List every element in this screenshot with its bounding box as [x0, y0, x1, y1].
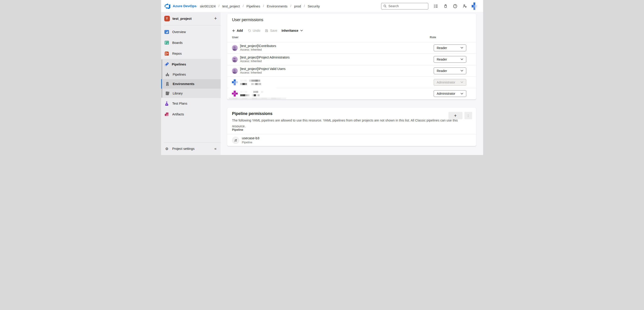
user-access: Access: Inherited	[240, 60, 290, 63]
sidebar-item-label: Artifacts	[172, 113, 184, 116]
sidebar-item-pipelines[interactable]: Pipelines	[161, 70, 221, 79]
sidebar-item-label: Boards	[172, 41, 183, 45]
sidebar-nav: Overview Boards Repos	[161, 27, 221, 120]
overview-icon	[164, 29, 170, 35]
pipeline-permissions-actions: + ⋮	[448, 112, 472, 119]
tasklist-icon[interactable]	[434, 4, 438, 8]
breadcrumb-item[interactable]: prod	[294, 4, 301, 8]
top-bar: Azure DevOps skr001324 / test_project / …	[161, 0, 483, 12]
user-permissions-table: [test_project]\Contributors Access: Inhe…	[227, 42, 476, 99]
pipeline-type: Pipeline	[242, 141, 260, 144]
undo-icon	[248, 29, 251, 32]
breadcrumb-separator: /	[219, 4, 220, 8]
save-button[interactable]: Save	[265, 28, 277, 33]
gear-icon: ⚙	[164, 147, 170, 151]
breadcrumb-separator: /	[243, 4, 244, 8]
table-row: [test_project]\Contributors Access: Inhe…	[227, 42, 476, 54]
chevron-down-icon	[300, 30, 303, 32]
redacted-avatar	[232, 91, 238, 97]
sidebar-item-label: Repos	[172, 52, 182, 55]
user-access: Access: Inherited	[240, 71, 286, 75]
role-dropdown[interactable]: Reader	[434, 45, 466, 51]
user-name: [test_project]\Project Administrators	[240, 56, 290, 59]
save-icon	[265, 29, 268, 32]
project-switcher[interactable]: T test_project +	[161, 14, 221, 23]
pipeline-name: usecase-b3	[242, 136, 260, 140]
sidebar-item-artifacts[interactable]: Artifacts	[161, 109, 221, 120]
redacted-strip	[228, 98, 286, 99]
project-settings-label: Project settings	[172, 147, 194, 151]
pipeline-permissions-card: Pipeline permissions The following YAML …	[227, 108, 476, 146]
search-box[interactable]	[381, 3, 428, 10]
sidebar-item-label: Pipelines	[173, 73, 186, 76]
user-settings-icon[interactable]	[463, 4, 467, 8]
project-avatar: T	[164, 16, 170, 21]
user-name: [test_project]\Contributors	[240, 44, 276, 48]
help-icon[interactable]: ?	[453, 4, 458, 8]
role-dropdown[interactable]: Reader	[434, 68, 466, 74]
azure-devops-logo-icon[interactable]	[165, 3, 170, 9]
add-button[interactable]: Add	[232, 28, 243, 33]
pipelines-group: Pipelines Pipelines Environments	[161, 59, 221, 98]
search-input[interactable]	[388, 4, 426, 8]
app-window: Azure DevOps skr001324 / test_project / …	[161, 0, 483, 155]
role-dropdown-disabled: Administrator	[434, 79, 466, 86]
svg-text:?: ?	[454, 5, 456, 8]
sidebar-item-label: Pipelines	[172, 63, 186, 66]
breadcrumb-item[interactable]: Environments	[267, 4, 288, 8]
table-row: [test_project]\Project Administrators Ac…	[227, 54, 476, 65]
chevron-down-icon	[460, 70, 463, 72]
role-dropdown[interactable]: Reader	[434, 56, 466, 63]
breadcrumb-separator: /	[263, 4, 264, 8]
artifacts-icon	[164, 112, 170, 117]
add-project-icon[interactable]: +	[214, 16, 217, 21]
breadcrumb-separator: /	[290, 4, 291, 8]
pipeline-rocket-icon	[232, 137, 239, 144]
sidebar-item-repos[interactable]: Repos	[161, 48, 221, 59]
role-dropdown[interactable]: Administrator	[434, 90, 466, 97]
user-column-header: User	[232, 36, 239, 39]
marketplace-bag-icon[interactable]	[443, 4, 448, 8]
user-permissions-title: User permissions	[227, 14, 476, 22]
test-plans-icon	[164, 101, 170, 106]
group-avatar-icon	[232, 68, 238, 74]
group-avatar-icon	[232, 57, 238, 62]
add-pipeline-button[interactable]: +	[448, 112, 462, 119]
sidebar-item-label: Environments	[173, 82, 194, 86]
breadcrumb-item[interactable]: test_project	[222, 4, 240, 8]
sidebar-item-test-plans[interactable]: Test Plans	[161, 98, 221, 109]
search-icon	[383, 5, 387, 8]
project-settings-button[interactable]: ⚙ Project settings «	[161, 142, 221, 155]
chevron-down-icon	[460, 93, 463, 95]
sidebar-item-library[interactable]: Library	[161, 89, 221, 98]
boards-icon	[164, 40, 170, 46]
chevron-down-icon	[460, 47, 463, 49]
collapse-sidebar-icon[interactable]: «	[214, 146, 216, 151]
environments-icon	[165, 81, 170, 86]
pipeline-runs-icon	[165, 72, 170, 77]
user-avatar[interactable]	[472, 3, 479, 10]
more-options-button[interactable]: ⋮	[464, 112, 472, 119]
sidebar-item-overview[interactable]: Overview	[161, 27, 221, 37]
breadcrumb: skr001324 / test_project / Pipelines / E…	[200, 4, 320, 8]
breadcrumb-item[interactable]: Pipelines	[246, 4, 260, 8]
pipeline-row[interactable]: usecase-b3 Pipeline	[227, 134, 476, 146]
table-row-redacted: Administrator	[227, 77, 476, 88]
chevron-down-icon	[460, 58, 463, 60]
inheritance-dropdown[interactable]: Inheritance	[282, 28, 303, 33]
breadcrumb-item-current[interactable]: Security	[308, 4, 320, 8]
sidebar-item-pipelines-group[interactable]: Pipelines	[161, 59, 221, 70]
redacted-user-text	[240, 80, 261, 85]
user-name: [test_project]\Project Valid Users	[240, 67, 286, 71]
brand-title[interactable]: Azure DevOps	[173, 4, 196, 8]
sidebar-item-environments[interactable]: Environments	[161, 79, 221, 89]
plus-icon	[232, 29, 235, 32]
sidebar-item-boards[interactable]: Boards	[161, 37, 221, 48]
breadcrumb-separator: /	[304, 4, 305, 8]
chevron-down-icon	[460, 81, 463, 83]
breadcrumb-item[interactable]: skr001324	[200, 4, 216, 8]
sidebar-item-label: Overview	[172, 30, 186, 34]
undo-button[interactable]: Undo	[248, 28, 260, 33]
user-permissions-card: User permissions Add Undo Save Inheritan…	[227, 14, 476, 99]
user-access: Access: Inherited	[240, 48, 276, 52]
